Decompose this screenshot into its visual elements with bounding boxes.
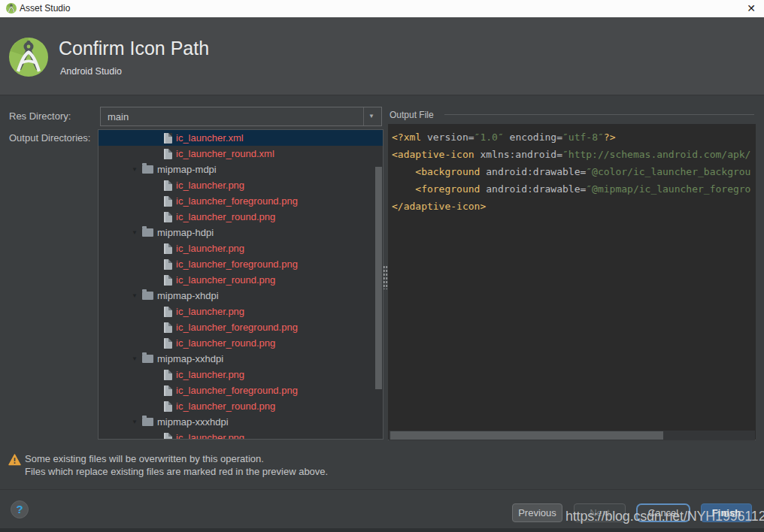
tree-row-ic_launcher.png[interactable]: ic_launcher.png (99, 304, 383, 319)
tree-row-label: ic_launcher_round.png (176, 274, 275, 286)
file-icon (164, 243, 172, 254)
expand-arrow-icon[interactable]: ▼ (132, 351, 142, 367)
expand-arrow-icon[interactable]: ▼ (132, 162, 142, 177)
code-token: </adaptive-icon> (392, 201, 486, 212)
file-icon (164, 275, 172, 286)
tree-row-ic_launcher.png[interactable]: ic_launcher.png (99, 177, 383, 193)
tree-row-ic_launcher_round.png[interactable]: ic_launcher_round.png (99, 272, 383, 288)
folder-icon (142, 165, 153, 174)
code-token: ″http://schemas.android.com/apk/ (562, 149, 750, 160)
res-directory-label: Res Directory: (9, 110, 71, 122)
tree-row-label: mipmap-xhdpi (157, 290, 219, 301)
tree-row-label: mipmap-xxhdpi (157, 353, 223, 364)
tree-row-mipmap-xxxhdpi[interactable]: ▼mipmap-xxxhdpi (99, 414, 383, 430)
code-token: ″@mipmap/ic_launcher_foregro (586, 183, 750, 195)
tree-row-ic_launcher.png[interactable]: ic_launcher.png (99, 367, 383, 382)
code-line: <foreground android:drawable=″@mipmap/ic… (392, 180, 756, 198)
tree-row-ic_launcher_foreground.png[interactable]: ic_launcher_foreground.png (99, 319, 383, 335)
code-token: android:drawable= (480, 166, 586, 177)
file-icon (164, 322, 172, 333)
output-directories-label: Output Directories: (9, 132, 90, 144)
output-file-preview[interactable]: <?xml version=″1.0″ encoding=″utf-8″?><a… (388, 124, 756, 440)
output-directories-tree[interactable]: ic_launcher.xmlic_launcher_round.xml▼mip… (98, 129, 384, 440)
code-line: <?xml version=″1.0″ encoding=″utf-8″?> (392, 128, 756, 146)
tree-row-label: ic_launcher.xml (176, 132, 244, 144)
code-token: <?xml (392, 131, 421, 143)
tree-row-mipmap-mdpi[interactable]: ▼mipmap-mdpi (99, 162, 383, 177)
tree-row-ic_launcher_round.xml[interactable]: ic_launcher_round.xml (99, 146, 383, 162)
file-icon (164, 149, 172, 159)
res-directory-value: main (108, 111, 129, 122)
tree-row-mipmap-xxhdpi[interactable]: ▼mipmap-xxhdpi (99, 351, 383, 367)
title-bar: Asset Studio ✕ (0, 0, 764, 17)
code-token: encoding= (504, 131, 562, 143)
file-icon (164, 212, 172, 222)
warning-line-1: Some existing files will be overwritten … (25, 452, 328, 465)
combobox-dropdown-button[interactable]: ▼ (363, 107, 381, 125)
tree-row-label: ic_launcher.png (176, 180, 244, 191)
tree-row-ic_launcher.png[interactable]: ic_launcher.png (99, 240, 383, 256)
tree-row-label: ic_launcher_round.png (176, 211, 275, 222)
code-line: </adaptive-icon> (392, 198, 756, 215)
code-token: ?> (604, 131, 616, 143)
file-icon (164, 133, 172, 144)
warning-text: Some existing files will be overwritten … (25, 452, 328, 478)
android-studio-logo (9, 38, 48, 80)
page-subtitle: Android Studio (60, 66, 122, 77)
tree-row-label: ic_launcher.png (176, 369, 244, 380)
editor-hscroll-thumb[interactable] (390, 431, 663, 440)
file-icon (164, 196, 172, 207)
res-directory-combobox[interactable]: main ▼ (100, 107, 382, 126)
tree-row-ic_launcher_round.png[interactable]: ic_launcher_round.png (99, 335, 383, 351)
asset-studio-dialog: Asset Studio ✕ Confirm Icon Path Android… (0, 0, 764, 532)
code-token: <adaptive-icon (392, 149, 474, 160)
tree-row-mipmap-xhdpi[interactable]: ▼mipmap-xhdpi (99, 288, 383, 304)
tree-row-label: ic_launcher_round.png (176, 401, 275, 412)
warning-icon (8, 454, 21, 469)
file-icon (164, 401, 172, 412)
file-icon (164, 307, 172, 317)
tree-row-label: mipmap-hdpi (157, 227, 214, 238)
code-token: ″utf-8″ (562, 131, 604, 143)
android-studio-icon (6, 3, 17, 17)
tree-row-ic_launcher.png[interactable]: ic_launcher.png (99, 430, 383, 440)
tree-row-mipmap-hdpi[interactable]: ▼mipmap-hdpi (99, 225, 383, 240)
window-title: Asset Studio (20, 3, 70, 14)
tree-row-ic_launcher_round.png[interactable]: ic_launcher_round.png (99, 209, 383, 225)
wizard-header: Confirm Icon Path Android Studio (0, 17, 764, 95)
expand-arrow-icon[interactable]: ▼ (132, 414, 142, 430)
close-icon[interactable]: ✕ (744, 2, 758, 14)
watermark-text: https://blog.csdn.net/NYH19961125 (565, 509, 764, 524)
help-button[interactable]: ? (11, 500, 29, 518)
code-line: <background android:drawable=″@color/ic_… (392, 163, 756, 180)
expand-arrow-icon[interactable]: ▼ (132, 225, 142, 240)
warning-line-2: Files which replace existing files are m… (25, 465, 328, 478)
splitter-grip[interactable] (383, 265, 388, 289)
tree-row-ic_launcher_round.png[interactable]: ic_launcher_round.png (99, 398, 383, 414)
code-token: ″@color/ic_launcher_backgrou (586, 166, 750, 177)
tree-row-label: ic_launcher_round.xml (176, 148, 274, 159)
file-icon (164, 370, 172, 380)
code-token (392, 183, 415, 195)
tree-vertical-scrollbar[interactable] (375, 167, 382, 389)
tree-row-ic_launcher_foreground.png[interactable]: ic_launcher_foreground.png (99, 256, 383, 272)
file-icon (164, 433, 172, 440)
output-file-label: Output File (390, 110, 434, 120)
tree-row-label: ic_launcher_round.png (176, 337, 275, 349)
tree-row-label: ic_launcher.png (176, 243, 244, 254)
code-token: version= (421, 131, 474, 143)
code-token: <foreground (415, 183, 480, 195)
tree-row-ic_launcher.xml[interactable]: ic_launcher.xml (99, 130, 383, 146)
folder-icon (142, 355, 153, 363)
tree-row-label: ic_launcher_foreground.png (176, 258, 298, 270)
code-line: <adaptive-icon xmlns:android=″http://sch… (392, 146, 756, 163)
code-token: <background (415, 166, 480, 177)
tree-row-ic_launcher_foreground.png[interactable]: ic_launcher_foreground.png (99, 193, 383, 209)
expand-arrow-icon[interactable]: ▼ (132, 288, 142, 304)
tree-row-label: ic_launcher.png (176, 432, 244, 440)
tree-row-ic_launcher_foreground.png[interactable]: ic_launcher_foreground.png (99, 382, 383, 398)
code-token: android:drawable= (480, 183, 586, 195)
file-icon (164, 338, 172, 349)
code-token: xmlns:android= (474, 149, 562, 160)
previous-button[interactable]: Previous (512, 503, 562, 522)
